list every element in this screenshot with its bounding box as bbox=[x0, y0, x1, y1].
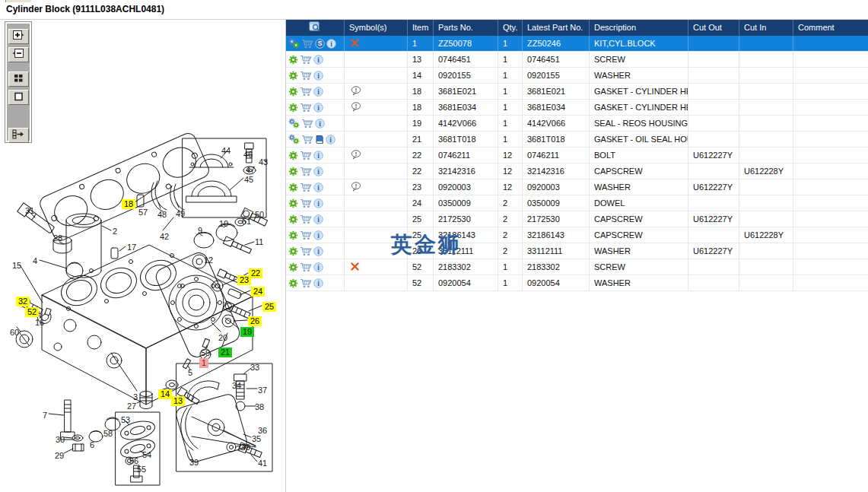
callout-label[interactable]: 49 bbox=[176, 209, 185, 219]
callout-label[interactable]: 39 bbox=[189, 458, 199, 468]
table-row[interactable]: i!230920003120920003WASHERU612227Y bbox=[286, 179, 868, 195]
table-row[interactable]: i!220746211120746211BOLTU612227Y bbox=[286, 148, 868, 163]
info-icon[interactable]: i bbox=[313, 230, 323, 240]
info-icon[interactable]: i bbox=[313, 87, 323, 97]
info-icon[interactable]: i bbox=[326, 135, 335, 144]
gear-icon[interactable] bbox=[288, 262, 298, 272]
callout-label[interactable]: 42 bbox=[160, 232, 169, 242]
info-icon[interactable]: i bbox=[313, 198, 323, 208]
cart-icon[interactable] bbox=[300, 183, 312, 192]
gear-icon[interactable] bbox=[288, 246, 298, 256]
table-row[interactable]: i!183681E03413681E034GASKET - CYLINDER H… bbox=[286, 100, 868, 116]
callout-label[interactable]: 35 bbox=[252, 434, 261, 444]
table-row[interactable]: i52218330212183302SCREW bbox=[286, 259, 868, 275]
callout-label[interactable]: 30 bbox=[56, 435, 65, 445]
callout-label[interactable]: 12 bbox=[204, 256, 213, 265]
gear-icon[interactable] bbox=[288, 87, 298, 97]
callout-label[interactable]: 31 bbox=[25, 206, 34, 216]
cart-icon[interactable] bbox=[301, 135, 313, 144]
callout-label[interactable]: 45 bbox=[244, 175, 253, 185]
table-row[interactable]: i194142V06614142V066SEAL - REOS HOUSING bbox=[286, 116, 868, 132]
info-icon[interactable]: i bbox=[313, 71, 323, 81]
gear-icon[interactable] bbox=[288, 103, 298, 113]
cart-icon[interactable] bbox=[300, 214, 312, 224]
callout-label[interactable]: 55 bbox=[137, 465, 146, 475]
table-row[interactable]: i2532186143232186143CAPSCREWU612228Y bbox=[286, 227, 868, 243]
table-row[interactable]: i22321423161232142316CAPSCREWU612228Y bbox=[286, 163, 868, 179]
callout-label[interactable]: 27 bbox=[127, 402, 136, 411]
cart-icon[interactable] bbox=[300, 167, 312, 176]
callout-label[interactable]: 13 bbox=[171, 396, 185, 406]
callout-label[interactable]: 10 bbox=[219, 219, 228, 229]
info-icon[interactable]: i bbox=[315, 119, 325, 129]
info-icon[interactable]: i bbox=[313, 55, 323, 65]
callout-label[interactable]: 50 bbox=[255, 210, 264, 220]
info-icon[interactable]: i bbox=[313, 246, 323, 256]
info-icon[interactable]: i bbox=[313, 183, 323, 192]
callout-label[interactable]: 20 bbox=[218, 333, 227, 343]
gear-double-icon[interactable] bbox=[288, 134, 300, 144]
s-badge-icon[interactable]: S bbox=[315, 39, 325, 49]
callout-label[interactable]: 7 bbox=[43, 411, 47, 421]
cart-icon[interactable] bbox=[300, 151, 312, 160]
cart-icon[interactable] bbox=[300, 71, 312, 81]
cart-icon[interactable] bbox=[301, 119, 313, 129]
column-header-description[interactable]: Description bbox=[590, 20, 688, 35]
info-icon[interactable]: i bbox=[326, 39, 336, 49]
gear-double-icon[interactable] bbox=[288, 38, 300, 49]
table-row[interactable]: i24035000920350009DOWEL bbox=[286, 195, 868, 211]
gear-icon[interactable] bbox=[288, 55, 298, 65]
callout-label[interactable]: 18 bbox=[122, 199, 135, 209]
gear-icon[interactable] bbox=[288, 230, 298, 240]
table-row[interactable]: i25217253022172530CAPSCREWU612227Y bbox=[286, 211, 868, 227]
callout-label[interactable]: 28 bbox=[53, 233, 62, 243]
column-header-parts-no[interactable]: Parts No. bbox=[434, 20, 498, 35]
book-icon[interactable] bbox=[315, 135, 324, 144]
cart-icon[interactable] bbox=[300, 87, 312, 97]
zoom-in-button[interactable] bbox=[8, 29, 29, 44]
callout-label[interactable]: 6 bbox=[90, 440, 94, 450]
callout-label[interactable]: 51 bbox=[242, 217, 251, 227]
info-icon[interactable]: i bbox=[313, 103, 323, 113]
callout-label[interactable]: 16 bbox=[35, 318, 44, 328]
callout-label[interactable]: 29 bbox=[55, 451, 64, 461]
table-row[interactable]: i13074645110746451SCREW bbox=[286, 52, 868, 68]
column-header-actions[interactable] bbox=[286, 20, 345, 35]
callout-label[interactable]: 47 bbox=[246, 165, 255, 175]
cart-icon[interactable] bbox=[300, 55, 312, 65]
table-row[interactable]: i213681T01813681T018GASKET - OIL SEAL HO… bbox=[286, 132, 868, 148]
callout-label[interactable]: 23 bbox=[237, 275, 251, 285]
column-header-cut-in[interactable]: Cut In bbox=[739, 20, 793, 35]
gear-double-icon[interactable] bbox=[288, 118, 300, 129]
callout-label[interactable]: 25 bbox=[262, 302, 276, 312]
callout-label[interactable]: 14 bbox=[158, 389, 172, 399]
callout-label[interactable]: 11 bbox=[255, 237, 263, 247]
gear-icon[interactable] bbox=[288, 198, 298, 208]
column-header-cut-out[interactable]: Cut Out bbox=[688, 20, 739, 35]
gear-icon[interactable] bbox=[288, 183, 298, 192]
callout-label[interactable]: 60 bbox=[10, 328, 19, 338]
column-header-item[interactable]: Item bbox=[408, 20, 434, 35]
callout-label[interactable]: 44 bbox=[221, 146, 231, 156]
cart-icon[interactable] bbox=[301, 39, 313, 49]
callout-label[interactable]: 37 bbox=[258, 386, 267, 395]
callout-label[interactable]: 41 bbox=[258, 459, 267, 468]
column-header-qty[interactable]: Qty. bbox=[498, 20, 523, 35]
table-row[interactable]: i52092005410920054WASHER bbox=[286, 275, 868, 291]
callout-label[interactable]: 34 bbox=[232, 381, 241, 391]
callout-label[interactable]: 54 bbox=[142, 450, 151, 460]
callout-label[interactable]: 59 bbox=[201, 348, 210, 358]
callout-label[interactable]: 53 bbox=[121, 415, 130, 425]
zoom-out-button[interactable] bbox=[8, 47, 29, 62]
fit-window-button[interactable] bbox=[8, 71, 29, 87]
callout-label[interactable]: 1 bbox=[199, 358, 208, 368]
gear-icon[interactable] bbox=[288, 214, 298, 224]
cart-icon[interactable] bbox=[300, 246, 312, 256]
callout-label[interactable]: 21 bbox=[218, 348, 232, 357]
callout-label[interactable]: 33 bbox=[250, 363, 259, 373]
info-icon[interactable]: i bbox=[313, 151, 323, 160]
callout-label[interactable]: 15 bbox=[12, 261, 21, 271]
cart-icon[interactable] bbox=[300, 230, 312, 240]
cart-icon[interactable] bbox=[300, 103, 312, 113]
callout-label[interactable]: 58 bbox=[103, 429, 113, 439]
